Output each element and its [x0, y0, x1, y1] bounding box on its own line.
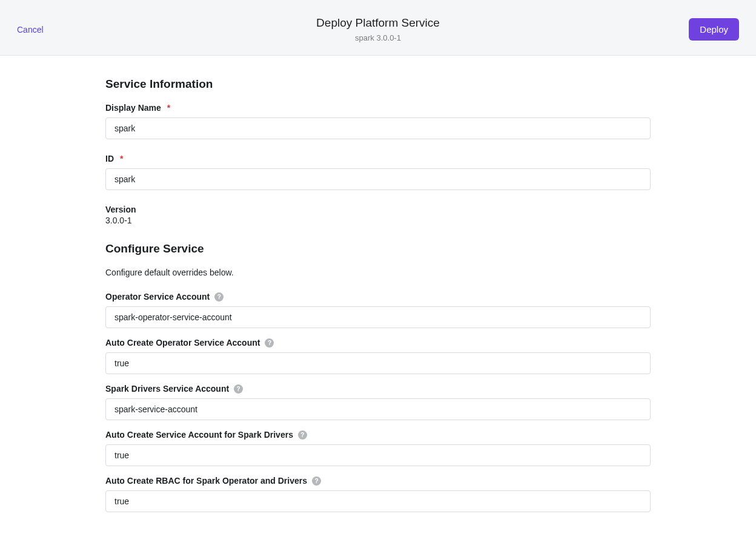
configure-service-description: Configure default overrides below.: [105, 268, 651, 277]
deploy-button[interactable]: Deploy: [689, 18, 739, 41]
required-indicator: *: [167, 103, 170, 113]
required-indicator: *: [120, 154, 123, 163]
spark-drivers-service-account-input[interactable]: [105, 398, 651, 420]
auto-create-service-account-spark-drivers-input[interactable]: [105, 444, 651, 466]
display-name-field: Display Name*: [105, 103, 651, 139]
version-field: Version 3.0.0-1: [105, 205, 651, 225]
display-name-label: Display Name*: [105, 103, 651, 113]
auto-create-operator-service-account-label: Auto Create Operator Service Account ?: [105, 338, 651, 348]
configure-service-section: Configure Service Configure default over…: [105, 242, 651, 512]
auto-create-operator-service-account-label-text: Auto Create Operator Service Account: [105, 338, 260, 348]
help-icon[interactable]: ?: [234, 384, 243, 394]
auto-create-rbac-label: Auto Create RBAC for Spark Operator and …: [105, 476, 651, 486]
service-information-title: Service Information: [105, 77, 651, 91]
display-name-input[interactable]: [105, 117, 651, 139]
id-label-text: ID: [105, 154, 114, 163]
help-icon[interactable]: ?: [298, 430, 307, 440]
operator-service-account-label: Operator Service Account ?: [105, 292, 651, 301]
page-title: Deploy Platform Service: [316, 16, 440, 30]
version-label: Version: [105, 205, 651, 214]
auto-create-service-account-spark-drivers-label-text: Auto Create Service Account for Spark Dr…: [105, 430, 293, 440]
header-title-group: Deploy Platform Service spark 3.0.0-1: [316, 16, 440, 42]
operator-service-account-label-text: Operator Service Account: [105, 292, 210, 301]
auto-create-service-account-spark-drivers-field: Auto Create Service Account for Spark Dr…: [105, 430, 651, 466]
operator-service-account-input[interactable]: [105, 306, 651, 328]
id-field: ID*: [105, 154, 651, 190]
auto-create-operator-service-account-field: Auto Create Operator Service Account ?: [105, 338, 651, 374]
form-content: Service Information Display Name* ID* Ve…: [105, 56, 651, 537]
version-value: 3.0.0-1: [105, 216, 651, 225]
spark-drivers-service-account-label-text: Spark Drivers Service Account: [105, 384, 229, 394]
configure-service-title: Configure Service: [105, 242, 651, 255]
help-icon[interactable]: ?: [312, 476, 321, 486]
cancel-button[interactable]: Cancel: [17, 25, 44, 35]
page-header: Cancel Deploy Platform Service spark 3.0…: [0, 0, 756, 56]
id-label: ID*: [105, 154, 651, 163]
auto-create-operator-service-account-input[interactable]: [105, 352, 651, 374]
page-subtitle: spark 3.0.0-1: [316, 33, 440, 42]
operator-service-account-field: Operator Service Account ?: [105, 292, 651, 328]
auto-create-rbac-label-text: Auto Create RBAC for Spark Operator and …: [105, 476, 307, 486]
spark-drivers-service-account-label: Spark Drivers Service Account ?: [105, 384, 651, 394]
auto-create-rbac-input[interactable]: [105, 490, 651, 512]
auto-create-rbac-field: Auto Create RBAC for Spark Operator and …: [105, 476, 651, 512]
auto-create-service-account-spark-drivers-label: Auto Create Service Account for Spark Dr…: [105, 430, 651, 440]
help-icon[interactable]: ?: [265, 338, 274, 348]
spark-drivers-service-account-field: Spark Drivers Service Account ?: [105, 384, 651, 420]
display-name-label-text: Display Name: [105, 103, 161, 113]
id-input[interactable]: [105, 168, 651, 190]
help-icon[interactable]: ?: [214, 292, 224, 301]
